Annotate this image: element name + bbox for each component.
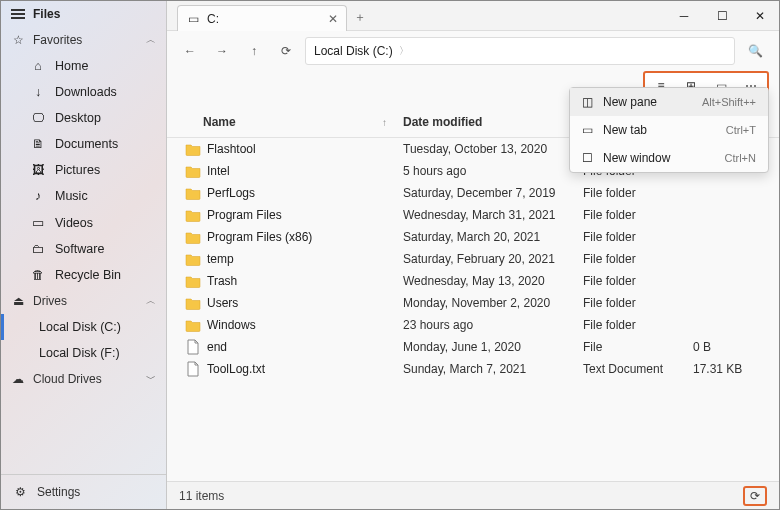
- video-icon: ▭: [31, 215, 45, 230]
- file-name: Users: [203, 296, 403, 310]
- file-date: Sunday, March 7, 2021: [403, 362, 583, 376]
- file-name: Trash: [203, 274, 403, 288]
- sidebar-item-local-disk-c[interactable]: Local Disk (C:): [1, 314, 166, 340]
- settings-label: Settings: [37, 485, 80, 499]
- window-icon: ☐: [582, 151, 593, 165]
- hamburger-icon[interactable]: [11, 9, 25, 19]
- star-icon: ☆: [11, 33, 25, 47]
- sidebar-settings[interactable]: ⚙ Settings: [1, 474, 166, 509]
- sidebar-item-local-disk-f[interactable]: Local Disk (F:): [1, 340, 166, 366]
- shortcut: Ctrl+N: [725, 152, 756, 164]
- folder-icon: 🗀: [31, 242, 45, 256]
- maximize-button[interactable]: ☐: [703, 1, 741, 30]
- folder-icon: [183, 318, 203, 332]
- file-type: File: [583, 340, 693, 354]
- sidebar-item-label: Downloads: [55, 85, 117, 99]
- table-row[interactable]: TrashWednesday, May 13, 2020File folder: [167, 270, 779, 292]
- table-row[interactable]: ToolLog.txtSunday, March 7, 2021Text Doc…: [167, 358, 779, 380]
- tab[interactable]: ▭ C: ✕: [177, 5, 347, 31]
- document-icon: 🗎: [31, 137, 45, 151]
- sidebar-item-pictures[interactable]: 🖼Pictures: [1, 157, 166, 183]
- gear-icon: ⚙: [13, 485, 27, 499]
- close-button[interactable]: ✕: [741, 1, 779, 30]
- sidebar-item-label: Recycle Bin: [55, 268, 121, 282]
- folder-icon: [183, 186, 203, 200]
- column-name[interactable]: Name↑: [183, 115, 403, 129]
- sidebar-item-downloads[interactable]: ↓Downloads: [1, 79, 166, 105]
- up-button[interactable]: ↑: [241, 38, 267, 64]
- table-row[interactable]: endMonday, June 1, 2020File0 B: [167, 336, 779, 358]
- sidebar-item-label: Music: [55, 189, 88, 203]
- file-type: File folder: [583, 252, 693, 266]
- file-name: PerfLogs: [203, 186, 403, 200]
- new-tab-button[interactable]: ＋: [347, 5, 373, 30]
- desktop-icon: 🖵: [31, 111, 45, 125]
- sidebar-item-videos[interactable]: ▭Videos: [1, 209, 166, 236]
- app-window: Files ☆Favorites ︿ ⌂Home ↓Downloads 🖵Des…: [0, 0, 780, 510]
- chevron-up-icon: ︿: [146, 294, 156, 308]
- section-cloud-drives[interactable]: ☁Cloud Drives ﹀: [1, 366, 166, 392]
- table-row[interactable]: UsersMonday, November 2, 2020File folder: [167, 292, 779, 314]
- sidebar-item-label: Local Disk (C:): [39, 320, 121, 334]
- chevron-right-icon: 〉: [399, 44, 409, 58]
- pane-icon: ◫: [582, 95, 593, 109]
- file-type: File folder: [583, 208, 693, 222]
- file-date: Tuesday, October 13, 2020: [403, 142, 583, 156]
- chevron-down-icon: ﹀: [146, 372, 156, 386]
- sidebar-item-music[interactable]: ♪Music: [1, 183, 166, 209]
- recycle-icon: 🗑: [31, 268, 45, 282]
- folder-icon: [183, 164, 203, 178]
- table-row[interactable]: Program Files (x86)Saturday, March 20, 2…: [167, 226, 779, 248]
- tab-icon: ▭: [582, 123, 593, 137]
- minimize-button[interactable]: ─: [665, 1, 703, 30]
- sidebar-item-software[interactable]: 🗀Software: [1, 236, 166, 262]
- file-name: Program Files (x86): [203, 230, 403, 244]
- column-label: Name: [203, 115, 236, 129]
- menu-new-tab[interactable]: ▭New tab Ctrl+T: [570, 116, 768, 144]
- drives-label: Drives: [33, 294, 67, 308]
- file-type: File folder: [583, 318, 693, 332]
- file-date: 23 hours ago: [403, 318, 583, 332]
- address-bar[interactable]: Local Disk (C:) 〉: [305, 37, 735, 65]
- sidebar-item-recycle-bin[interactable]: 🗑Recycle Bin: [1, 262, 166, 288]
- folder-icon: [183, 142, 203, 156]
- folder-icon: [183, 252, 203, 266]
- sidebar-item-label: Home: [55, 59, 88, 73]
- search-button[interactable]: 🔍: [741, 37, 769, 65]
- table-row[interactable]: tempSaturday, February 20, 2021File fold…: [167, 248, 779, 270]
- table-row[interactable]: Windows23 hours agoFile folder: [167, 314, 779, 336]
- close-icon[interactable]: ✕: [328, 12, 338, 26]
- table-row[interactable]: PerfLogsSaturday, December 7, 2019File f…: [167, 182, 779, 204]
- folder-icon: [183, 230, 203, 244]
- file-name: Flashtool: [203, 142, 403, 156]
- menu-label: New pane: [603, 95, 657, 109]
- file-date: 5 hours ago: [403, 164, 583, 178]
- section-favorites[interactable]: ☆Favorites ︿: [1, 27, 166, 53]
- chevron-up-icon: ︿: [146, 33, 156, 47]
- file-name: end: [203, 340, 403, 354]
- breadcrumb-item[interactable]: Local Disk (C:): [314, 44, 393, 58]
- file-icon: [183, 339, 203, 355]
- sidebar-item-desktop[interactable]: 🖵Desktop: [1, 105, 166, 131]
- column-date[interactable]: Date modified: [403, 115, 583, 129]
- table-row[interactable]: Program FilesWednesday, March 31, 2021Fi…: [167, 204, 779, 226]
- sidebar-item-documents[interactable]: 🗎Documents: [1, 131, 166, 157]
- sidebar-item-home[interactable]: ⌂Home: [1, 53, 166, 79]
- file-type: Text Document: [583, 362, 693, 376]
- drive-icon: ⏏: [11, 294, 25, 308]
- refresh-button[interactable]: ⟳: [273, 38, 299, 64]
- file-date: Wednesday, March 31, 2021: [403, 208, 583, 222]
- folder-icon: [183, 208, 203, 222]
- file-date: Monday, June 1, 2020: [403, 340, 583, 354]
- menu-new-window[interactable]: ☐New window Ctrl+N: [570, 144, 768, 172]
- file-date: Saturday, February 20, 2021: [403, 252, 583, 266]
- menu-new-pane[interactable]: ◫New pane Alt+Shift++: [570, 88, 768, 116]
- section-drives[interactable]: ⏏Drives ︿: [1, 288, 166, 314]
- sidebar: Files ☆Favorites ︿ ⌂Home ↓Downloads 🖵Des…: [1, 1, 167, 509]
- forward-button[interactable]: →: [209, 38, 235, 64]
- file-type: File folder: [583, 186, 693, 200]
- picture-icon: 🖼: [31, 163, 45, 177]
- download-icon: ↓: [31, 85, 45, 99]
- back-button[interactable]: ←: [177, 38, 203, 64]
- sidebar-item-label: Local Disk (F:): [39, 346, 120, 360]
